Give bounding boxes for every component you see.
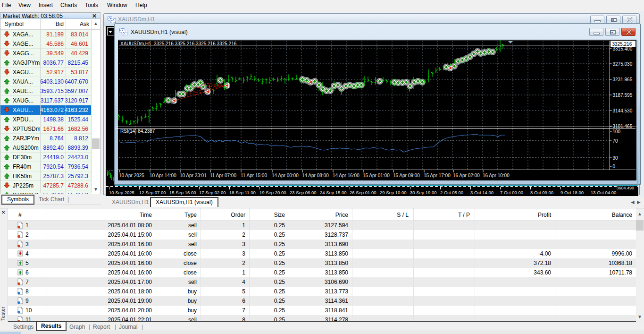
- svg-text:14 Apr 08:00: 14 Apr 08:00: [302, 173, 329, 178]
- svg-text:3315.400: 3315.400: [613, 46, 633, 51]
- svg-text:0: 0: [613, 164, 616, 169]
- svg-text:3144.530: 3144.530: [613, 108, 633, 113]
- svg-text:10 Apr 14:00: 10 Apr 14:00: [150, 173, 176, 178]
- svg-text:10 Apr 2025: 10 Apr 2025: [119, 173, 144, 178]
- svg-text:3325.216: 3325.216: [612, 42, 632, 47]
- svg-text:10 Apr 23:01: 10 Apr 23:01: [180, 173, 207, 178]
- svg-text:70: 70: [613, 138, 619, 144]
- svg-text:15 Apr 17:00: 15 Apr 17:00: [424, 173, 451, 178]
- svg-text:3101.465: 3101.465: [613, 124, 633, 129]
- svg-text:16 Apr 10:00: 16 Apr 10:00: [483, 173, 510, 178]
- svg-text:16 Apr 02:00: 16 Apr 02:00: [453, 173, 480, 178]
- svg-text:XAUUSDm,H1 3325.216 3325.216: XAUUSDm,H1 3325.216 3325.216 3325.216 33…: [120, 41, 237, 46]
- svg-text:30: 30: [613, 155, 619, 161]
- svg-text:3275.030: 3275.030: [613, 61, 633, 67]
- svg-text:14 Apr 16:00: 14 Apr 16:00: [333, 173, 360, 178]
- svg-text:14 Apr 00:00: 14 Apr 00:00: [272, 173, 299, 178]
- svg-text:3231.965: 3231.965: [613, 77, 633, 82]
- svg-text:3187.595: 3187.595: [613, 93, 633, 98]
- svg-text:15 Apr 09:00: 15 Apr 09:00: [393, 173, 420, 178]
- svg-text:11 Apr 15:00: 11 Apr 15:00: [241, 173, 267, 178]
- svg-text:RSI(14) 84.2387: RSI(14) 84.2387: [120, 128, 155, 134]
- svg-text:15 Apr 01:00: 15 Apr 01:00: [363, 173, 390, 178]
- svg-text:100: 100: [613, 129, 621, 134]
- svg-text:11 Apr 07:00: 11 Apr 07:00: [210, 173, 236, 178]
